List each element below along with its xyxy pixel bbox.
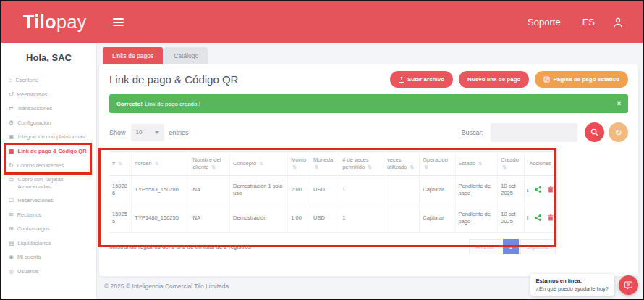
sort-icon[interactable]: ⇅ <box>211 164 216 170</box>
new-payment-link-button[interactable]: Nuevo link de pago <box>459 71 529 88</box>
search-label: Buscar: <box>461 129 483 136</box>
sidebar-item-configuracion[interactable]: ⚙Configuración <box>1 116 96 130</box>
refresh-button[interactable]: ↻ <box>609 122 628 142</box>
sidebar-item-integracion-con-plataformas[interactable]: ▣Integración con plataformas <box>1 130 96 144</box>
pagination-prev[interactable]: Anterior <box>469 239 501 254</box>
main-content: Links de pagos Catálogo Link de pago & C… <box>96 43 643 300</box>
sidebar-item-liquidaciones[interactable]: ▤Liquidaciones <box>1 236 96 251</box>
chat-widget: Estamos en línea. ¿En qué puedo ayudarle… <box>530 274 639 296</box>
reservations-icon: ☐ <box>9 197 14 204</box>
sidebar-item-usuarios[interactable]: ◎Usuarios <box>1 264 96 279</box>
sidebar-nav: ⌂Escritorio ↺Reembolsos ⇄Transacciones ⚙… <box>1 73 96 278</box>
col-num: # ⇅ <box>109 152 132 176</box>
integration-icon: ▣ <box>9 133 14 141</box>
refresh-icon: ↻ <box>614 128 622 138</box>
sidebar-item-link-de-pago-codigo-qr[interactable]: ▦Link de pago & Código QR <box>1 144 96 159</box>
sort-icon[interactable]: ⇅ <box>368 164 372 170</box>
sidebar-item-transacciones[interactable]: ⇄Transacciones <box>1 101 96 116</box>
sort-icon[interactable]: ⇅ <box>424 164 428 170</box>
page-length-select[interactable]: 10 <box>131 124 164 141</box>
sort-icon[interactable]: ⇅ <box>478 161 483 166</box>
table-row: 150255 TYP1480_150255 NA Demostración 1.… <box>109 204 556 232</box>
recurring-icon: ↻ <box>9 162 14 170</box>
info-icon[interactable]: i <box>527 186 529 194</box>
info-icon[interactable]: i <box>527 214 529 222</box>
tab-catalogo[interactable]: Catálogo <box>164 47 208 64</box>
sidebar-greeting: Hola, SAC <box>1 52 96 63</box>
payment-links-table: # ⇅ #orden ⇅ Nombre del cliente ⇅ Concep… <box>109 151 556 254</box>
sidebar-item-reservaciones[interactable]: ☐Reservaciones <box>1 193 96 208</box>
app-window: Tilopay Soporte ES Hola, SAC ⌂Escritorio… <box>0 0 644 300</box>
col-cliente: Nombre del cliente ⇅ <box>190 152 230 176</box>
col-utilizado: veces utilizado ⇅ <box>384 152 419 176</box>
col-orden: #orden ⇅ <box>132 152 190 176</box>
hamburger-menu-icon[interactable] <box>113 17 124 28</box>
col-acciones: Acciones <box>525 152 556 176</box>
table-controls: Show 10 entries Buscar: ↻ <box>109 122 628 142</box>
soporte-link[interactable]: Soporte <box>528 17 561 28</box>
sidebar-item-mi-cuenta[interactable]: ◉Mi cuenta <box>1 250 96 264</box>
search-icon <box>590 128 598 136</box>
sort-icon[interactable]: ⇅ <box>315 164 319 170</box>
close-icon[interactable]: × <box>617 100 621 107</box>
sort-icon[interactable]: ⇅ <box>502 164 507 170</box>
tilopay-logo[interactable]: Tilopay <box>23 12 87 33</box>
share-icon[interactable] <box>535 214 541 221</box>
sidebar-item-cobros-recurrentes[interactable]: ↻Cobros recurrentes <box>1 159 96 173</box>
top-navbar: Tilopay Soporte ES <box>1 1 643 43</box>
static-page-icon <box>543 76 550 83</box>
sidebar-item-reembolsos[interactable]: ↺Reembolsos <box>1 88 96 102</box>
sort-icon[interactable]: ⇅ <box>155 161 159 166</box>
col-creado: Creado ⇅ <box>498 152 525 176</box>
sort-icon[interactable]: ⇅ <box>410 164 415 170</box>
desktop-icon: ⌂ <box>9 77 12 84</box>
chat-launcher-button[interactable] <box>619 275 638 295</box>
static-payment-page-button[interactable]: Página de pago estático <box>535 71 628 88</box>
tab-bar: Links de pagos Catálogo <box>103 47 638 64</box>
pagination-next[interactable]: Siguiente <box>520 239 556 254</box>
gear-icon: ⚙ <box>9 120 14 127</box>
trash-icon[interactable] <box>548 214 554 221</box>
stored-cards-icon: ▭ <box>9 176 14 183</box>
page-title: Link de pago & Código QR <box>109 73 238 86</box>
col-estado: Estado ⇅ <box>455 152 498 176</box>
search-input[interactable] <box>491 123 577 142</box>
settlements-icon: ▤ <box>9 240 14 247</box>
success-alert: Correcto! Link de pago creado.! × <box>109 94 628 113</box>
pagination-page-1[interactable]: 1 <box>503 239 519 254</box>
trash-icon[interactable] <box>548 186 554 193</box>
col-monto: Monto ⇅ <box>288 152 310 176</box>
records-summary: Mostrando registros del 1 al 2 de un tot… <box>109 243 251 250</box>
transactions-icon: ⇄ <box>9 105 14 112</box>
col-concepto: Concepto ⇅ <box>230 152 288 176</box>
entries-label: entries <box>169 129 189 136</box>
sidebar: Hola, SAC ⌂Escritorio ↺Reembolsos ⇄Trans… <box>1 43 96 300</box>
upload-file-button[interactable]: Subir archivo <box>390 71 453 88</box>
language-selector[interactable]: ES <box>582 17 595 28</box>
sidebar-item-reclamos[interactable]: ✉Reclamos <box>1 208 96 222</box>
my-account-icon: ◉ <box>9 254 14 261</box>
pagination: Anterior 1 Siguiente <box>469 239 556 254</box>
users-icon: ◎ <box>9 268 14 275</box>
sidebar-item-contracargos[interactable]: ⊞Contracargos <box>1 222 96 236</box>
sort-icon[interactable]: ⇅ <box>259 161 263 166</box>
table-header-row: # ⇅ #orden ⇅ Nombre del cliente ⇅ Concep… <box>109 152 556 176</box>
upload-icon <box>399 76 404 83</box>
qr-link-icon: ▦ <box>9 148 14 155</box>
share-icon[interactable] <box>535 186 541 193</box>
sidebar-item-cobro-con-tarjetas-almacenadas[interactable]: ▭Cobro con Tarjetas Almacenadas <box>1 172 96 193</box>
col-operacion: Operación ⇅ <box>420 152 455 176</box>
search-button[interactable] <box>585 122 604 142</box>
chat-icon <box>624 280 633 290</box>
show-label: Show <box>109 129 126 136</box>
claims-icon: ✉ <box>9 212 14 219</box>
user-icon[interactable] <box>612 17 624 28</box>
sidebar-item-escritorio[interactable]: ⌂Escritorio <box>1 73 96 88</box>
sort-icon[interactable]: ⇅ <box>118 161 122 166</box>
col-moneda: Moneda ⇅ <box>310 152 339 176</box>
refund-icon: ↺ <box>9 91 14 99</box>
chevron-down-icon <box>155 131 159 134</box>
sort-icon[interactable]: ⇅ <box>292 164 297 170</box>
content-card: Link de pago & Código QR Subir archivo N… <box>99 64 638 276</box>
tab-links-de-pagos[interactable]: Links de pagos <box>103 47 163 64</box>
